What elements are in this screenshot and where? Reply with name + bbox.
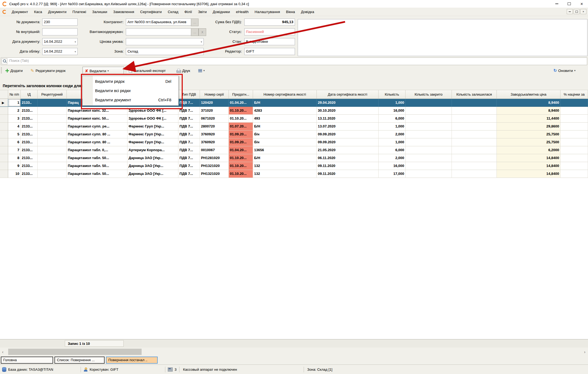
- cell-n[interactable]: 1: [8, 99, 21, 107]
- search-input[interactable]: Поиск (Tab): [1, 57, 587, 65]
- row-indicator[interactable]: [0, 130, 8, 138]
- cell-mfr[interactable]: Фармекс Груп [Укр...: [127, 130, 178, 138]
- menu-item-документ[interactable]: Документ: [9, 8, 31, 16]
- cell-rx[interactable]: [38, 154, 67, 162]
- export-button[interactable]: Загальний експорт: [129, 67, 166, 74]
- cell-mfr[interactable]: Фармекс Груп [Укр...: [127, 123, 178, 130]
- cell-rx[interactable]: [38, 162, 67, 170]
- menu-item-документи[interactable]: Документи: [45, 8, 69, 16]
- cell-product[interactable]: Парацетамол табл. 50...: [67, 170, 127, 178]
- contractor-picker-button[interactable]: …: [191, 19, 199, 26]
- cell-rx[interactable]: [38, 115, 67, 123]
- delete-button[interactable]: ✘ Видалити ▾: [83, 67, 124, 75]
- bottom-tab-1[interactable]: Головна: [1, 357, 53, 364]
- cell-series[interactable]: РН1281020: [200, 154, 229, 162]
- cell-id[interactable]: 2133...: [21, 154, 38, 162]
- cell-product[interactable]: Парацетамол супп. ре...: [67, 123, 127, 130]
- cell-cert_date[interactable]: 06.11.2020: [317, 154, 379, 162]
- row-indicator[interactable]: [0, 162, 8, 170]
- cell-markup[interactable]: [560, 130, 588, 138]
- menu-item-вікна[interactable]: Вікна: [283, 8, 298, 16]
- cell-closed[interactable]: [406, 99, 452, 107]
- column-header-left[interactable]: Кількість залишилася: [452, 90, 497, 99]
- context-menu-item[interactable]: Видалити документCtrl+F8: [83, 95, 178, 105]
- internal-number-field[interactable]: [42, 28, 78, 35]
- table-row[interactable]: 82133...Парацетамол табл. 50...Дарница З…: [0, 154, 588, 162]
- cell-qty[interactable]: 16,000: [379, 162, 406, 170]
- cell-cert_date[interactable]: 09.11.2020: [317, 170, 379, 178]
- cell-n[interactable]: 9: [8, 162, 21, 170]
- cell-cert[interactable]: 132: [253, 170, 317, 178]
- cell-id[interactable]: 2133...: [21, 123, 38, 130]
- row-indicator[interactable]: [0, 107, 8, 115]
- row-indicator[interactable]: [0, 170, 8, 178]
- row-indicator[interactable]: [0, 154, 8, 162]
- menu-item-замовлення[interactable]: Замовлення: [110, 8, 137, 16]
- cell-qty[interactable]: 6,000: [379, 115, 406, 123]
- grid-empty-area[interactable]: [0, 178, 588, 339]
- cell-markup[interactable]: [560, 170, 588, 178]
- mdi-restore-button[interactable]: [574, 9, 580, 14]
- cell-id[interactable]: 2133...: [21, 138, 38, 146]
- zone-field[interactable]: Склад: [126, 48, 204, 55]
- consignee-field[interactable]: [126, 28, 191, 35]
- print-button[interactable]: Друк: [176, 67, 190, 74]
- cell-n[interactable]: 6: [8, 138, 21, 146]
- cell-vat[interactable]: ПДВ 7...: [178, 99, 200, 107]
- cell-cert_date[interactable]: 21.05.2020: [317, 146, 379, 154]
- table-row[interactable]: 32133...Парацетамол капс. 50...Здоровье …: [0, 115, 588, 123]
- menu-item-ehealth[interactable]: eHealth: [233, 8, 252, 16]
- cell-product[interactable]: Парацетамол капс. 32...: [67, 107, 127, 115]
- cell-series[interactable]: 0671020: [200, 115, 229, 123]
- table-row[interactable]: 62133...Парацетамол супп. 80 ...Фармекс …: [0, 138, 588, 146]
- row-indicator[interactable]: [0, 123, 8, 130]
- cell-left[interactable]: [452, 154, 497, 162]
- cell-rx[interactable]: [38, 146, 67, 154]
- cell-vat[interactable]: ПДВ 7...: [178, 107, 200, 115]
- cell-price[interactable]: 14,8400: [497, 162, 560, 170]
- cell-vat[interactable]: ПДВ 7...: [178, 123, 200, 130]
- cell-cert[interactable]: Б/Н: [253, 154, 317, 162]
- cell-price[interactable]: 8,9400: [497, 99, 560, 107]
- cell-product[interactable]: Парацетамол табл. 50...: [67, 154, 127, 162]
- cell-markup[interactable]: [560, 99, 588, 107]
- minimize-button[interactable]: [550, 0, 563, 8]
- cell-n[interactable]: 3: [8, 115, 21, 123]
- cell-left[interactable]: [452, 138, 497, 146]
- cell-expiry[interactable]: 01.04.20...: [229, 146, 253, 154]
- bottom-tab-2[interactable]: Список: Повернення ...: [54, 357, 105, 364]
- cell-mfr[interactable]: Фармекс Груп [Укр...: [127, 138, 178, 146]
- menu-item-каса[interactable]: Каса: [31, 8, 45, 16]
- table-row[interactable]: 42133...Парацетамол супп. ре...Фармекс Г…: [0, 123, 588, 130]
- cell-id[interactable]: 2133...: [21, 130, 38, 138]
- cell-mfr[interactable]: Здоровье ООО ФК [...: [127, 107, 178, 115]
- refresh-button[interactable]: ↻ Оновити ▾: [553, 67, 575, 74]
- cell-cert[interactable]: Б/Н: [253, 123, 317, 130]
- cell-cert[interactable]: 13656: [253, 146, 317, 154]
- cell-price[interactable]: 8,9400: [497, 107, 560, 115]
- cell-series[interactable]: 0010067: [200, 146, 229, 154]
- scrollbar-thumb[interactable]: [8, 349, 142, 355]
- cell-cert[interactable]: б/н: [253, 138, 317, 146]
- menu-item-платежі[interactable]: Платежі: [69, 8, 89, 16]
- toolbar-grip[interactable]: [1, 67, 2, 74]
- mdi-minimize-button[interactable]: [567, 9, 573, 14]
- add-button[interactable]: Додати: [5, 67, 23, 74]
- cell-vat[interactable]: ПДВ 7...: [178, 146, 200, 154]
- cell-qty[interactable]: 1,000: [379, 99, 406, 107]
- cell-vat[interactable]: ПДВ 7...: [178, 170, 200, 178]
- bottom-tab-3[interactable]: Повернення постачал ..: [106, 357, 158, 364]
- layout-options-button[interactable]: ▾: [198, 67, 205, 74]
- cell-qty[interactable]: 1,000: [379, 138, 406, 146]
- cell-n[interactable]: 10: [8, 170, 21, 178]
- contractor-field[interactable]: Апт №003 пгт.Барышевка, ул.Киев: [126, 19, 191, 26]
- cell-rx[interactable]: [38, 123, 67, 130]
- menu-item-довідники[interactable]: Довідники: [210, 8, 233, 16]
- cell-qty[interactable]: 6,000: [379, 146, 406, 154]
- cell-closed[interactable]: [406, 138, 452, 146]
- doc-number-field[interactable]: 230: [42, 19, 78, 26]
- cell-price[interactable]: 25,7500: [497, 138, 560, 146]
- cell-price[interactable]: 14,8400: [497, 170, 560, 178]
- table-row[interactable]: 102133...Парацетамол табл. 50...Дарница …: [0, 170, 588, 178]
- column-header-cert[interactable]: Номер сертифіката якості: [253, 90, 317, 99]
